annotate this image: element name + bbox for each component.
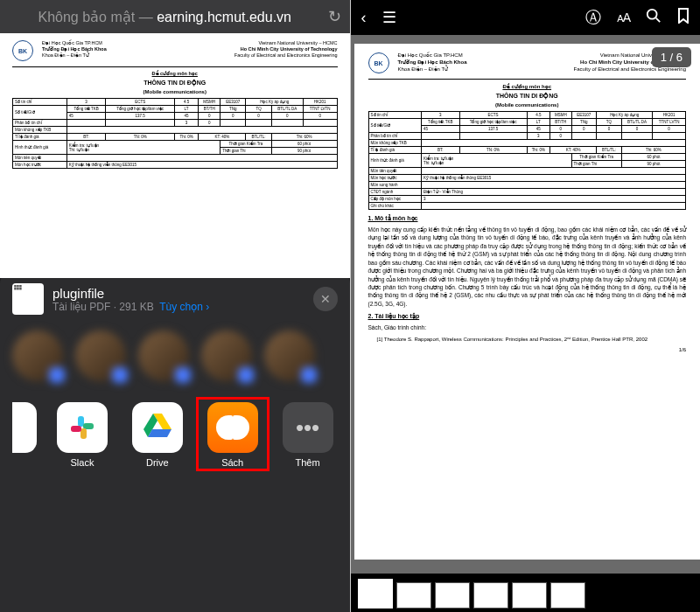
share-apps-row: Slack Drive Sách ••• Thêm [12, 402, 338, 468]
share-app-drive[interactable]: Drive [128, 402, 187, 468]
insecure-label: Không bảo mật — [38, 10, 158, 24]
section-1-heading: 1. Mô tả môn học [368, 215, 687, 222]
page-thumbnail[interactable] [358, 579, 393, 609]
file-thumbnail: ▦▦▦▦▦▦ [12, 283, 44, 315]
uni-en-1: Vietnam National University – HCMC [258, 40, 337, 46]
drive-icon [132, 402, 183, 453]
share-app-slack[interactable]: Slack [52, 402, 112, 468]
page-thumbnail[interactable] [512, 582, 547, 609]
contents-icon[interactable]: ☰ [382, 8, 396, 27]
uni-en-3: Faculty of Electrical and Electronics En… [234, 52, 338, 59]
app-icon-partial [12, 402, 37, 453]
page-thumbnail[interactable] [396, 582, 431, 609]
university-logo: BK [368, 52, 389, 73]
page-thumbnail[interactable] [473, 582, 508, 609]
address-bar-text: Không bảo mật — earning.hcmut.edu.vn [9, 9, 321, 25]
bookmark-icon[interactable] [677, 8, 690, 28]
close-button[interactable]: ✕ [313, 287, 338, 311]
text-size-icon[interactable]: AA [617, 10, 630, 24]
share-file-row: ▦▦▦▦▦▦ pluginfile Tài liệu PDF · 291 KB … [12, 283, 338, 315]
search-icon[interactable] [646, 8, 662, 28]
share-app-books[interactable]: Sách [203, 402, 262, 468]
page-indicator-badge: 1 / 6 [652, 47, 691, 67]
reader-page-1: BK Đại Học Quốc Gia TP.HCMVietnam Nation… [354, 44, 701, 560]
share-app-partial[interactable] [12, 402, 37, 468]
reader-toolbar: ‹ ☰ Ⓐ AA [351, 0, 701, 35]
document-preview: BK Đại Học Quốc Gia TP.HCMVietnam Nation… [0, 33, 350, 278]
reference-1: [1] Theodore S. Rappaport, Wireless Comm… [377, 336, 687, 342]
phone-right-screen: ‹ ☰ Ⓐ AA 1 / 6 BK Đại Học Quốc Gia TP.HC… [351, 0, 701, 612]
uni-en-2: Ho Chi Minh City University of Technolog… [241, 46, 338, 52]
share-contacts-row [12, 330, 338, 381]
course-title-en: (Mobile communications) [12, 89, 338, 94]
app-label-slack: Slack [70, 457, 94, 468]
page-thumbnail[interactable] [435, 582, 470, 609]
share-app-more[interactable]: ••• Thêm [278, 402, 338, 468]
svg-point-3 [648, 9, 657, 18]
share-file-type: Tài liệu PDF [52, 301, 110, 313]
page-footer-number: 1/6 [368, 347, 687, 352]
share-options-link[interactable]: Tùy chọn › [159, 301, 209, 313]
page-thumbnail-strip[interactable] [351, 574, 701, 612]
course-info-table: Số tín chỉ3ECTS4.5MSMHEE3107Học Kỳ áp dụ… [12, 98, 338, 169]
section-1-body: Môn học này cung cấp kiến thức nền tảng … [368, 226, 687, 308]
highlight-annotation [196, 397, 270, 471]
contact-avatar[interactable] [75, 330, 126, 381]
phone-left-screen: Không bảo mật — earning.hcmut.edu.vn ↻ B… [0, 0, 351, 612]
share-sheet: ▦▦▦▦▦▦ pluginfile Tài liệu PDF · 291 KB … [0, 273, 350, 612]
share-filename: pluginfile [52, 286, 304, 301]
back-icon[interactable]: ‹ [361, 9, 367, 27]
reload-icon[interactable]: ↻ [328, 7, 341, 26]
course-info-table: Số tín chỉ3ECTS4.5MSMHEE3107Học Kỳ áp dụ… [368, 111, 687, 210]
address-bar[interactable]: Không bảo mật — earning.hcmut.edu.vn ↻ [0, 0, 350, 33]
reader-viewport[interactable]: 1 / 6 BK Đại Học Quốc Gia TP.HCMVietnam … [351, 35, 701, 574]
annotate-icon[interactable]: Ⓐ [585, 7, 601, 28]
app-label-more: Thêm [296, 457, 320, 468]
contact-avatar[interactable] [201, 330, 252, 381]
slack-icon [57, 402, 108, 453]
address-bar-domain: earning.hcmut.edu.vn [157, 10, 291, 24]
document-page: BK Đại Học Quốc Gia TP.HCMVietnam Nation… [0, 33, 350, 176]
svg-line-4 [656, 17, 661, 22]
contact-avatar[interactable] [264, 330, 315, 381]
page-thumbnail[interactable] [550, 582, 585, 609]
share-file-size: 291 KB [119, 301, 153, 313]
outline-label: Đề cương môn học [12, 71, 338, 76]
contact-avatar[interactable] [138, 330, 189, 381]
contact-avatar[interactable] [12, 330, 63, 381]
university-logo: BK [12, 40, 33, 61]
section-2-sub: Sách, Giáo trình chính: [368, 323, 687, 331]
course-title-vi: THÔNG TIN DI ĐỘNG [12, 80, 338, 87]
share-file-meta: Tài liệu PDF · 291 KB Tùy chọn › [52, 301, 304, 313]
more-icon: ••• [283, 402, 333, 453]
section-2-heading: 2. Tài liệu học tập [368, 313, 687, 320]
uni-vi-3: Khoa Điện – Điện Tử [42, 52, 89, 59]
close-icon: ✕ [320, 292, 331, 306]
app-label-drive: Drive [146, 457, 169, 468]
